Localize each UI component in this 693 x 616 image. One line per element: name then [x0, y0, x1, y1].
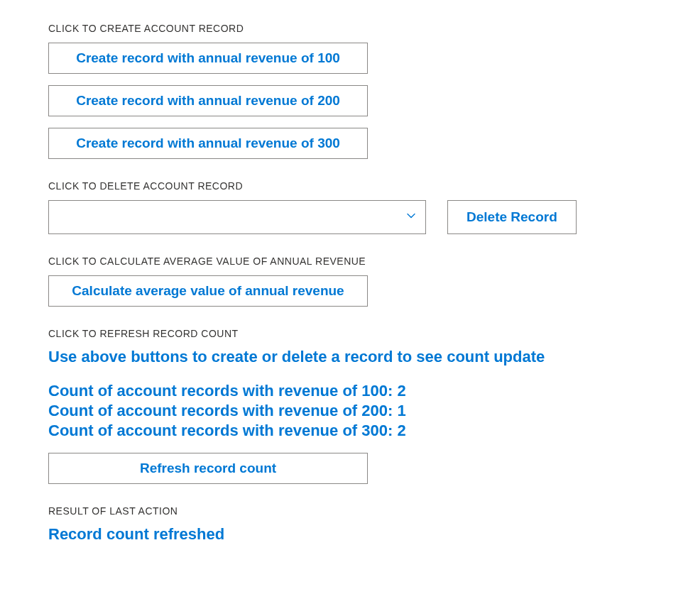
- delete-heading: CLICK TO DELETE ACCOUNT RECORD: [48, 180, 693, 192]
- create-100-button[interactable]: Create record with annual revenue of 100: [48, 43, 368, 74]
- refresh-heading: CLICK TO REFRESH RECORD COUNT: [48, 328, 693, 339]
- record-select[interactable]: [48, 200, 426, 234]
- count-300: Count of account records with revenue of…: [48, 422, 693, 440]
- record-select-wrapper: [48, 200, 426, 234]
- refresh-button[interactable]: Refresh record count: [48, 453, 368, 484]
- count-100: Count of account records with revenue of…: [48, 382, 693, 400]
- create-300-button[interactable]: Create record with annual revenue of 300: [48, 128, 368, 159]
- create-section: CLICK TO CREATE ACCOUNT RECORD Create re…: [48, 23, 693, 159]
- refresh-instruction: Use above buttons to create or delete a …: [48, 348, 693, 366]
- create-heading: CLICK TO CREATE ACCOUNT RECORD: [48, 23, 693, 34]
- calculate-heading: CLICK TO CALCULATE AVERAGE VALUE OF ANNU…: [48, 255, 693, 267]
- calculate-section: CLICK TO CALCULATE AVERAGE VALUE OF ANNU…: [48, 255, 693, 307]
- count-group: Count of account records with revenue of…: [48, 382, 693, 440]
- result-text: Record count refreshed: [48, 525, 693, 544]
- delete-row: Delete Record: [48, 200, 693, 234]
- result-heading: RESULT OF LAST ACTION: [48, 505, 693, 517]
- create-200-button[interactable]: Create record with annual revenue of 200: [48, 85, 368, 116]
- calculate-button[interactable]: Calculate average value of annual revenu…: [48, 275, 368, 307]
- count-200: Count of account records with revenue of…: [48, 402, 693, 420]
- delete-record-button[interactable]: Delete Record: [447, 200, 577, 234]
- result-section: RESULT OF LAST ACTION Record count refre…: [48, 505, 693, 544]
- refresh-section: CLICK TO REFRESH RECORD COUNT Use above …: [48, 328, 693, 484]
- delete-section: CLICK TO DELETE ACCOUNT RECORD Delete Re…: [48, 180, 693, 234]
